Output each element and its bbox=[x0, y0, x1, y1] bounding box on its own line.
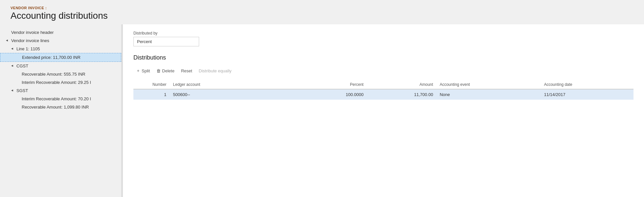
trash-icon: 🗑 bbox=[156, 68, 161, 73]
distributions-title: Distributions bbox=[133, 54, 633, 61]
distribute-equally-label: Distribute equally bbox=[199, 68, 232, 73]
cell-number: 1 bbox=[133, 89, 170, 100]
col-amount: Amount bbox=[367, 80, 436, 89]
sidebar-item-label: Recoverable Amount: 555.75 INR bbox=[22, 72, 85, 77]
plus-icon: ＋ bbox=[136, 68, 140, 74]
collapse-icon: ◄ bbox=[5, 38, 10, 43]
sidebar-item-label: CGST bbox=[16, 63, 28, 68]
split-label: Split bbox=[142, 68, 150, 73]
cell-accounting-date: 11/14/2017 bbox=[541, 89, 633, 100]
main-content: Vendor invoice header◄Vendor invoice lin… bbox=[0, 24, 644, 197]
distributed-by-section: Distributed by bbox=[133, 31, 633, 46]
col-accounting-event: Accounting event bbox=[436, 80, 541, 89]
distribute-equally-button[interactable]: Distribute equally bbox=[196, 67, 234, 75]
distributions-toolbar: ＋ Split 🗑 Delete Reset Distribute equall… bbox=[133, 66, 633, 78]
sidebar-item-interim-recoverable-sgst[interactable]: Interim Recoverable Amount: 70.20 I bbox=[0, 95, 121, 103]
col-ledger-account: Ledger account bbox=[170, 80, 297, 89]
sidebar-item-recoverable-amount-sgst[interactable]: Recoverable Amount: 1,099.80 INR bbox=[0, 103, 121, 111]
distributed-by-input[interactable] bbox=[133, 37, 199, 46]
table-header-row: Number Ledger account Percent Amount Acc… bbox=[133, 80, 633, 89]
right-panel: Distributed by Distributions ＋ Split 🗑 D… bbox=[123, 24, 644, 197]
col-percent: Percent bbox=[297, 80, 367, 89]
sidebar-item-label: Extended price: 11,700.00 INR bbox=[22, 55, 80, 60]
sidebar-item-label: SGST bbox=[16, 88, 28, 93]
split-button[interactable]: ＋ Split bbox=[133, 66, 152, 75]
sidebar-item-cgst[interactable]: ◄CGST bbox=[0, 62, 121, 70]
cell-percent: 100.0000 bbox=[297, 89, 367, 100]
spacer-icon bbox=[16, 97, 20, 101]
spacer-icon bbox=[16, 55, 21, 60]
spacer-icon bbox=[5, 30, 10, 35]
sidebar-item-line-1-1105[interactable]: ◄Line 1: 1105 bbox=[0, 45, 121, 53]
table-row[interactable]: 1500600--100.000011,700.00None11/14/2017 bbox=[133, 89, 633, 100]
sidebar-item-label: Vendor invoice header bbox=[11, 30, 54, 35]
delete-label: Delete bbox=[162, 68, 174, 73]
col-number: Number bbox=[133, 80, 170, 89]
sidebar-item-vendor-invoice-lines[interactable]: ◄Vendor invoice lines bbox=[0, 37, 121, 45]
sidebar-item-label: Vendor invoice lines bbox=[11, 38, 49, 43]
collapse-icon: ◄ bbox=[11, 47, 15, 51]
cell-accounting-event: None bbox=[436, 89, 541, 100]
spacer-icon bbox=[16, 105, 20, 110]
collapse-icon: ◄ bbox=[11, 64, 15, 68]
sidebar-item-recoverable-amount[interactable]: Recoverable Amount: 555.75 INR bbox=[0, 70, 121, 78]
sidebar: Vendor invoice header◄Vendor invoice lin… bbox=[0, 24, 122, 197]
distributed-by-label: Distributed by bbox=[133, 31, 633, 36]
reset-label: Reset bbox=[181, 68, 192, 73]
spacer-icon bbox=[16, 80, 20, 85]
distributions-table: Number Ledger account Percent Amount Acc… bbox=[133, 80, 633, 100]
vendor-invoice-label: VENDOR INVOICE : bbox=[11, 6, 633, 10]
reset-button[interactable]: Reset bbox=[178, 67, 195, 75]
spacer-icon bbox=[16, 72, 20, 77]
sidebar-item-interim-recoverable-cgst[interactable]: Interim Recoverable Amount: 29.25 I bbox=[0, 78, 121, 86]
delete-button[interactable]: 🗑 Delete bbox=[154, 67, 177, 75]
sidebar-item-label: Line 1: 1105 bbox=[16, 46, 40, 51]
sidebar-item-extended-price[interactable]: Extended price: 11,700.00 INR bbox=[0, 53, 121, 62]
distributions-section: Distributions ＋ Split 🗑 Delete Reset bbox=[133, 54, 633, 100]
sidebar-item-vendor-invoice-header[interactable]: Vendor invoice header bbox=[0, 28, 121, 37]
page-wrapper: VENDOR INVOICE : Accounting distribution… bbox=[0, 0, 644, 197]
collapse-icon: ◄ bbox=[11, 88, 15, 93]
cell-amount: 11,700.00 bbox=[367, 89, 436, 100]
col-accounting-date: Accounting date bbox=[541, 80, 633, 89]
cell-ledger-account: 500600-- bbox=[170, 89, 297, 100]
sidebar-item-label: Interim Recoverable Amount: 29.25 I bbox=[22, 80, 91, 85]
sidebar-item-sgst[interactable]: ◄SGST bbox=[0, 86, 121, 95]
page-title: Accounting distributions bbox=[11, 11, 633, 21]
sidebar-item-label: Interim Recoverable Amount: 70.20 I bbox=[22, 96, 91, 101]
sidebar-item-label: Recoverable Amount: 1,099.80 INR bbox=[22, 105, 89, 110]
header: VENDOR INVOICE : Accounting distribution… bbox=[0, 0, 644, 24]
